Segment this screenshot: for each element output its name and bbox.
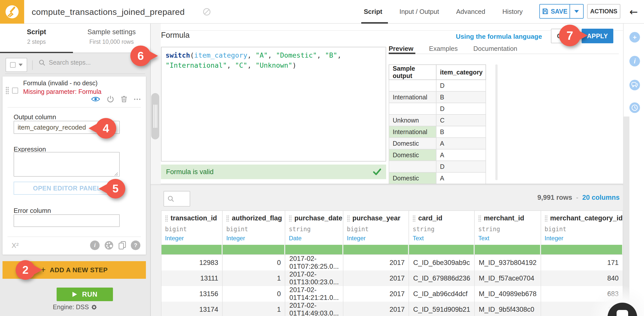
dataset-cell[interactable]: 13174 (161, 302, 222, 316)
select-all-checkbox[interactable] (10, 62, 16, 68)
dataset-cell[interactable]: 171 (541, 255, 623, 270)
dataset-cell[interactable]: M_ID_f57ace0704 (474, 270, 541, 286)
formula-language-help-link[interactable]: Using the formula language (456, 33, 542, 41)
topbar-tab-input-output[interactable]: Input / Output (399, 8, 439, 16)
details-panel-button[interactable]: i (629, 56, 640, 66)
timeline-panel-button[interactable] (629, 102, 640, 113)
column-name: authorized_flag (232, 214, 282, 222)
column-meaning-link[interactable]: Integer (347, 235, 409, 242)
column-validity-bar (343, 245, 408, 254)
column-drag-handle-icon[interactable] (413, 215, 416, 222)
gear-icon[interactable] (91, 304, 97, 310)
expression-textarea[interactable] (14, 152, 120, 177)
formula-code-editor[interactable]: switch(item_category, "A", "Domestic", "… (161, 47, 386, 162)
palette-color-icon[interactable] (104, 241, 114, 250)
dataset-cell[interactable]: 2017 (343, 286, 409, 302)
preview-category-cell: D (436, 80, 486, 91)
column-header-merchant_id[interactable]: merchant_idstringText (474, 211, 541, 255)
columns-count-link[interactable]: 20 columns (582, 194, 620, 201)
dataset-cell[interactable]: 1 (222, 270, 285, 286)
preview-tab-documentation[interactable]: Documentation (473, 45, 517, 53)
column-meaning-link[interactable]: Integer (545, 235, 623, 242)
topbar-tab-history[interactable]: History (502, 8, 523, 16)
save-button[interactable]: SAVE (540, 5, 570, 18)
copy-step-icon[interactable] (118, 241, 126, 250)
step-drag-handle-icon[interactable] (6, 87, 9, 94)
dataset-cell[interactable]: C_ID_6be309ab9c (409, 255, 474, 270)
preview-category-cell: B (436, 91, 486, 103)
dataset-cell[interactable]: 2017-02-01T07:26:25.0... (285, 255, 343, 270)
column-header-merchant_category_id[interactable]: merchant_category_idbigintInteger (541, 211, 623, 255)
dataset-cell[interactable]: 1 (222, 302, 285, 316)
formula-step-card[interactable]: Formula (invalid - no desc) Missing para… (3, 76, 146, 255)
preview-category-cell: B (436, 126, 486, 138)
column-drag-handle-icon[interactable] (226, 215, 229, 222)
column-meaning-link[interactable]: Text (478, 235, 541, 242)
save-label: SAVE (551, 8, 567, 15)
collapse-panel-arrow-icon[interactable]: ← (629, 6, 638, 18)
dataset-cell[interactable]: 2017-02-01T14:21:21.0... (285, 286, 343, 302)
dataset-row: 1317412017-02-01T14:49:03.0...2017C_ID_5… (161, 302, 623, 316)
dataset-cell[interactable]: 2017 (343, 270, 409, 286)
column-header-purchase_date[interactable]: purchase_datestringDate (285, 211, 343, 255)
dataset-cell[interactable]: C_ID_591d909b21 (409, 302, 474, 316)
dataset-cell[interactable]: 2017 (343, 302, 409, 316)
column-meaning-link[interactable]: Integer (165, 235, 222, 242)
preview-tab-examples[interactable]: Examples (429, 45, 458, 53)
column-drag-handle-icon[interactable] (478, 215, 481, 222)
run-button[interactable]: RUN (57, 288, 113, 301)
add-panel-button[interactable]: + (629, 32, 640, 43)
column-drag-handle-icon[interactable] (347, 215, 350, 222)
column-drag-handle-icon[interactable] (165, 215, 168, 222)
dataset-cell[interactable]: 2017 (343, 255, 409, 270)
column-header-authorized_flag[interactable]: authorized_flagbigintInteger (222, 211, 285, 255)
discussions-panel-button[interactable] (629, 80, 640, 90)
engine-info: Engine: DSS (0, 303, 150, 311)
dataset-cell[interactable]: 2017-02-01T14:49:03.0... (285, 302, 343, 316)
dataset-cell[interactable]: 2017-02-01T13:00:23.0... (285, 270, 343, 286)
dataset-cell[interactable]: 13111 (161, 270, 222, 286)
dataset-cell[interactable]: 12983 (161, 255, 222, 270)
preview-eye-icon[interactable] (91, 96, 100, 102)
column-drag-handle-icon[interactable] (289, 215, 292, 222)
panel-resize-handle[interactable] (151, 93, 159, 139)
topbar-tab-advanced[interactable]: Advanced (456, 8, 485, 16)
actions-button[interactable]: ACTIONS (587, 4, 620, 19)
dataset-cell[interactable]: M_ID_937b804192 (474, 255, 541, 270)
column-header-card_id[interactable]: card_idstringText (409, 211, 474, 255)
column-name: card_id (418, 214, 442, 222)
dataset-cell[interactable]: C_ID_ab96cd4dcf (409, 286, 474, 302)
column-header-transaction_id[interactable]: transaction_idbigintInteger (161, 211, 222, 255)
disable-step-power-icon[interactable] (107, 96, 114, 103)
help-icon[interactable]: ? (131, 241, 140, 250)
search-steps-input[interactable] (49, 59, 124, 66)
dataset-cell[interactable]: 13156 (161, 286, 222, 302)
dataset-cell[interactable]: 683 (541, 286, 623, 302)
select-steps-dropdown[interactable] (6, 58, 27, 72)
step-action-icons (91, 96, 140, 103)
save-dropdown-button[interactable] (570, 5, 583, 18)
dataset-cell[interactable]: 0 (222, 255, 285, 270)
column-meaning-link[interactable]: Date (289, 235, 343, 242)
dataset-search-input[interactable] (174, 195, 187, 202)
step-checkbox[interactable] (12, 88, 18, 94)
info-icon[interactable]: i (90, 241, 100, 250)
delete-step-trash-icon[interactable] (121, 96, 127, 103)
more-options-icon[interactable] (134, 99, 135, 100)
topbar-tab-script[interactable]: Script (364, 8, 382, 16)
column-meaning-link[interactable]: Text (413, 235, 474, 242)
preview-scrollbar[interactable] (495, 64, 498, 180)
column-header-purchase_year[interactable]: purchase_yearbigintInteger (343, 211, 409, 255)
dataset-cell[interactable]: C_ID_679886d236 (409, 270, 474, 286)
recipe-status-icon (203, 8, 211, 16)
dataset-cell[interactable]: 840 (541, 270, 623, 286)
error-column-input[interactable] (14, 214, 120, 227)
preview-output-cell: International (389, 126, 436, 138)
sidebar-tab-script[interactable]: Script 2 steps (0, 24, 73, 53)
dataset-cell[interactable]: 0 (222, 286, 285, 302)
dataset-cell[interactable]: M_ID_9b5f4308c0 (474, 302, 541, 316)
column-meaning-link[interactable]: Integer (226, 235, 285, 242)
dataset-cell[interactable]: M_ID_40989eb678 (474, 286, 541, 302)
preview-tab-preview[interactable]: Preview (389, 45, 413, 53)
column-drag-handle-icon[interactable] (545, 215, 548, 222)
